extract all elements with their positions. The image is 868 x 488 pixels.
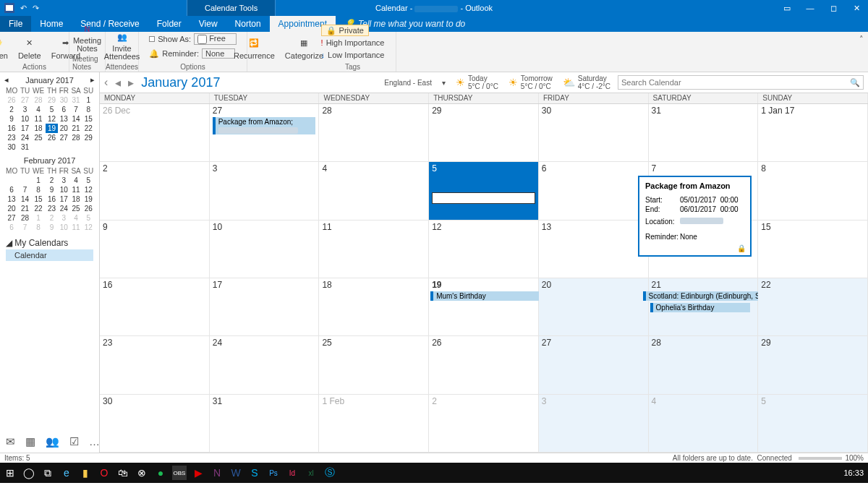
mail-icon[interactable]: ✉	[6, 435, 15, 448]
mini-cal-day[interactable]: 28	[70, 133, 82, 142]
day-cell[interactable]: 4	[649, 395, 759, 453]
day-cell[interactable]: 5	[758, 395, 868, 453]
xbox-icon[interactable]: ⊗	[135, 466, 149, 480]
day-cell[interactable]: 18	[319, 278, 429, 336]
mini-cal-day[interactable]: 7	[19, 185, 31, 194]
explorer-icon[interactable]: ▮	[78, 466, 93, 480]
day-cell[interactable]: 9	[100, 221, 210, 278]
ribbon-display-icon[interactable]: ▭	[775, 0, 799, 16]
mini-cal-day[interactable]: 10	[19, 114, 31, 124]
mini-cal-day[interactable]	[70, 142, 82, 152]
high-importance-button[interactable]: !High Importance	[321, 37, 385, 48]
mini-cal-day[interactable]: 6	[4, 185, 19, 194]
mini-cal-day[interactable]: 2	[4, 105, 19, 114]
undo-icon[interactable]: ↶	[20, 4, 27, 13]
appointment-item[interactable]: Package from Amazon;	[213, 117, 316, 134]
tasks-icon[interactable]: ☑	[69, 435, 79, 448]
day-cell[interactable]: 29	[429, 104, 539, 162]
mini-cal-day[interactable]: 7	[19, 223, 31, 232]
skype-task-icon[interactable]: S	[247, 466, 262, 480]
day-cell[interactable]: 27Package from Amazon;	[210, 104, 320, 162]
mini-cal-day[interactable]: 22	[82, 124, 95, 133]
mini-cal-day[interactable]: 21	[19, 204, 31, 213]
show-as-dropdown[interactable]: Show As: Free	[149, 33, 237, 45]
month-grid[interactable]: 26 Dec27Package from Amazon;282930311 Ja…	[100, 104, 868, 453]
mini-cal-day[interactable]: 15	[31, 194, 46, 204]
mini-cal-day[interactable]: 3	[58, 213, 70, 223]
opera-icon[interactable]: O	[97, 466, 111, 480]
mini-cal-day[interactable]: 13	[58, 114, 70, 124]
mini-cal-day[interactable]	[19, 176, 31, 185]
mini-cal-day[interactable]	[31, 142, 46, 152]
day-cell[interactable]: 25	[319, 336, 429, 394]
day-cell[interactable]: 2	[429, 395, 539, 453]
private-button[interactable]: 🔒Private	[321, 25, 369, 36]
mini-cal-day[interactable]: 20	[58, 124, 70, 133]
mini-cal-day[interactable]: 24	[19, 133, 31, 142]
mini-cal-day[interactable]: 26	[46, 133, 58, 142]
mini-cal-day[interactable]: 8	[82, 105, 95, 114]
day-cell[interactable]: 23	[100, 336, 210, 394]
minimize-icon[interactable]: —	[799, 0, 822, 16]
close-icon[interactable]: ✕	[845, 0, 868, 16]
excel-icon[interactable]: xl	[304, 466, 318, 480]
mini-cal-day[interactable]: 4	[70, 213, 82, 223]
mini-cal-day[interactable]: 5	[82, 176, 95, 185]
mini-cal-day[interactable]: 27	[4, 213, 19, 223]
mini-cal-day[interactable]: 6	[58, 105, 70, 114]
day-cell[interactable]: 13	[539, 221, 649, 278]
taskview-icon[interactable]: ⧉	[41, 466, 55, 480]
mini-cal-day[interactable]: 17	[19, 124, 31, 133]
collapse-ribbon-icon[interactable]: ˄	[859, 35, 864, 44]
mini-cal-day[interactable]: 24	[58, 204, 70, 213]
mini-cal-day[interactable]: 25	[31, 133, 46, 142]
word-icon[interactable]: W	[229, 466, 243, 480]
cortana-icon[interactable]: ◯	[22, 466, 36, 480]
day-cell[interactable]: 20	[539, 278, 649, 336]
day-cell[interactable]: 24	[210, 336, 320, 394]
tab-file[interactable]: File	[0, 16, 31, 32]
mini-cal-day[interactable]: 29	[82, 133, 95, 142]
day-cell[interactable]: 22	[758, 278, 868, 336]
windows-taskbar[interactable]: ⊞ ◯ ⧉ e ▮ O 🛍 ⊗ ● OBS ▶ N W S Ps Id xl Ⓢ…	[0, 463, 868, 483]
day-cell[interactable]: 11	[319, 221, 429, 278]
recurrence-button[interactable]: 🔁Recurrence	[231, 35, 278, 61]
invite-attendees-button[interactable]: 👥Invite Attendees	[101, 28, 143, 62]
mini-cal-day[interactable]: 9	[46, 185, 58, 194]
day-cell[interactable]: 2	[100, 162, 210, 220]
reminder-dropdown[interactable]: 🔔 Reminder: None	[149, 48, 235, 59]
mini-cal-day[interactable]	[58, 142, 70, 152]
redo-icon[interactable]: ↷	[33, 4, 39, 13]
search-calendar[interactable]: 🔍	[618, 75, 864, 90]
mini-cal-day[interactable]: 2	[46, 213, 58, 223]
day-cell[interactable]: 28	[649, 336, 759, 394]
day-cell[interactable]: 30	[539, 104, 649, 162]
mini-cal-day[interactable]: 19	[82, 194, 95, 204]
day-cell[interactable]: 4	[319, 162, 429, 220]
mini-cal-day[interactable]: 12	[82, 223, 95, 232]
mini-cal-day[interactable]: 11	[70, 185, 82, 194]
day-cell[interactable]: 27	[539, 336, 649, 394]
mini-cal-day[interactable]: 28	[31, 95, 46, 105]
mini-cal-day[interactable]: 27	[19, 95, 31, 105]
mini-cal-day[interactable]: 20	[4, 204, 19, 213]
mini-cal-day[interactable]: 7	[70, 105, 82, 114]
day-cell[interactable]: 21Scotland: Edinburgh (Edinburgh, Scotla…	[649, 278, 759, 336]
appointment-item[interactable]: Ophelia's Birthday	[650, 303, 751, 312]
mini-cal-day[interactable]: 3	[19, 105, 31, 114]
day-cell[interactable]: 15	[758, 221, 868, 278]
day-cell[interactable]: 1 Jan 17	[758, 104, 868, 162]
tab-folder[interactable]: Folder	[148, 16, 190, 32]
appointment-item-selected[interactable]	[432, 192, 535, 204]
low-importance-button[interactable]: ↓Low Importance	[321, 49, 385, 61]
mini-cal-day[interactable]: 22	[31, 204, 46, 213]
mini-cal-day[interactable]: 23	[4, 133, 19, 142]
delete-button[interactable]: ✕Delete	[15, 35, 44, 61]
id-icon[interactable]: Id	[285, 466, 299, 480]
store-icon[interactable]: 🛍	[116, 466, 130, 480]
day-cell[interactable]: 3	[539, 395, 649, 453]
mini-cal-day[interactable]: 11	[70, 223, 82, 232]
more-icon[interactable]: …	[89, 435, 100, 448]
mini-cal-day[interactable]: 9	[46, 223, 58, 232]
mini-cal-day[interactable]: 30	[58, 95, 70, 105]
